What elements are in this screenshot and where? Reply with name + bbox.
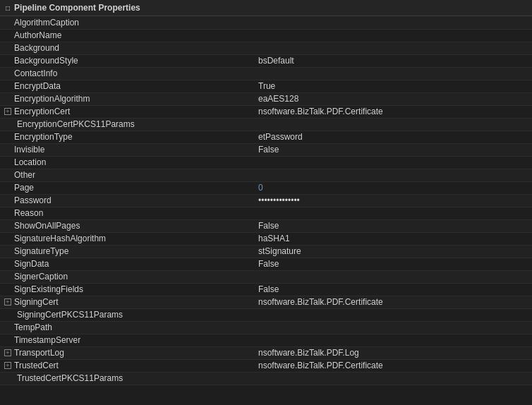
prop-name-cell: +EncryptionCert (0, 105, 254, 118)
prop-value (254, 270, 532, 283)
panel-collapse-icon[interactable]: □ (6, 4, 10, 12)
prop-label: Invisible (14, 145, 44, 155)
prop-value: nsoftware.BizTalk.PDF.Log (254, 346, 532, 359)
prop-name-cell: ContactInfo (0, 67, 254, 80)
prop-value: bsDefault (254, 54, 532, 67)
table-row[interactable]: InvisibleFalse (0, 143, 532, 156)
prop-name-cell: Invisible (0, 143, 254, 156)
prop-value: True (254, 80, 532, 92)
prop-value: etPassword (254, 131, 532, 143)
prop-label: TransportLog (14, 348, 64, 358)
panel-header: □ Pipeline Component Properties (0, 0, 532, 16)
prop-label: SignExistingFields (14, 284, 83, 294)
table-row[interactable]: AlgorithmCaption (0, 16, 532, 29)
prop-name-cell: +TrustedCert (0, 359, 254, 372)
table-row[interactable]: EncryptDataTrue (0, 80, 532, 92)
prop-value (254, 308, 532, 321)
prop-name-cell: AuthorName (0, 29, 254, 42)
prop-label: AlgorithmCaption (14, 18, 79, 28)
table-row[interactable]: BackgroundStylebsDefault (0, 54, 532, 67)
prop-label: EncryptData (14, 81, 61, 91)
table-row[interactable]: EncryptionAlgorithmeaAES128 (0, 92, 532, 105)
table-row[interactable]: ShowOnAllPagesFalse (0, 219, 532, 232)
prop-value (254, 29, 532, 42)
prop-name-cell: EncryptionCertPKCS11Params (0, 118, 254, 131)
table-row[interactable]: TrustedCertPKCS11Params (0, 372, 532, 385)
table-row[interactable]: EncryptionTypeetPassword (0, 131, 532, 143)
prop-name-cell: TempPath (0, 321, 254, 334)
table-row[interactable]: TempPath (0, 321, 532, 334)
table-row[interactable]: +TrustedCertnsoftware.BizTalk.PDF.Certif… (0, 359, 532, 372)
table-row[interactable]: Reason (0, 207, 532, 219)
table-row[interactable]: AuthorName (0, 29, 532, 42)
table-row[interactable]: SigningCertPKCS11Params (0, 308, 532, 321)
prop-name-cell: EncryptData (0, 80, 254, 92)
properties-table: AlgorithmCaptionAuthorNameBackgroundBack… (0, 16, 532, 385)
prop-value (254, 156, 532, 169)
prop-name-cell: TrustedCertPKCS11Params (0, 372, 254, 385)
prop-name-cell: EncryptionAlgorithm (0, 92, 254, 105)
prop-label: TimestampServer (14, 335, 80, 345)
prop-value: •••••••••••••• (254, 194, 532, 207)
table-row[interactable]: EncryptionCertPKCS11Params (0, 118, 532, 131)
table-row[interactable]: Location (0, 156, 532, 169)
prop-value: nsoftware.BizTalk.PDF.Certificate (254, 359, 532, 372)
prop-name-cell: +SigningCert (0, 296, 254, 308)
prop-value: 0 (254, 181, 532, 194)
table-row[interactable]: SignatureTypestSignature (0, 245, 532, 258)
table-row[interactable]: +TransportLognsoftware.BizTalk.PDF.Log (0, 346, 532, 359)
prop-label: SigningCert (14, 297, 59, 307)
prop-value: False (254, 143, 532, 156)
prop-name-cell: SigningCertPKCS11Params (0, 308, 254, 321)
table-row[interactable]: Password•••••••••••••• (0, 194, 532, 207)
table-row[interactable]: ContactInfo (0, 67, 532, 80)
table-row[interactable]: SignDataFalse (0, 258, 532, 270)
prop-value: eaAES128 (254, 92, 532, 105)
prop-value: haSHA1 (254, 232, 532, 245)
prop-name-cell: Location (0, 156, 254, 169)
table-row[interactable]: SignerCaption (0, 270, 532, 283)
table-row[interactable]: Background (0, 42, 532, 54)
prop-name-cell: SignerCaption (0, 270, 254, 283)
prop-value (254, 42, 532, 54)
prop-name-cell: SignatureType (0, 245, 254, 258)
prop-label: BackgroundStyle (14, 56, 78, 66)
prop-name-cell: +TransportLog (0, 346, 254, 359)
prop-name-cell: Background (0, 42, 254, 54)
table-row[interactable]: Other (0, 169, 532, 181)
prop-label: TempPath (14, 322, 52, 332)
expand-icon[interactable]: + (4, 362, 11, 369)
expand-icon[interactable]: + (4, 108, 11, 115)
table-row[interactable]: TimestampServer (0, 334, 532, 346)
prop-name-cell: EncryptionType (0, 131, 254, 143)
prop-name-cell: TimestampServer (0, 334, 254, 346)
prop-label: SigningCertPKCS11Params (17, 310, 123, 320)
prop-label: EncryptionCertPKCS11Params (17, 119, 135, 129)
table-row[interactable]: Page0 (0, 181, 532, 194)
prop-name-cell: Other (0, 169, 254, 181)
prop-value (254, 118, 532, 131)
prop-value (254, 321, 532, 334)
properties-panel: □ Pipeline Component Properties Algorith… (0, 0, 532, 405)
expand-icon[interactable]: + (4, 298, 11, 306)
prop-label: Password (14, 195, 52, 205)
prop-label: ShowOnAllPages (14, 221, 80, 231)
prop-value (254, 67, 532, 80)
prop-label: SignerCaption (14, 272, 68, 282)
prop-name-cell: ShowOnAllPages (0, 219, 254, 232)
table-row[interactable]: SignatureHashAlgorithmhaSHA1 (0, 232, 532, 245)
prop-label: Background (14, 43, 59, 53)
prop-label: SignData (14, 259, 49, 269)
table-row[interactable]: +SigningCertnsoftware.BizTalk.PDF.Certif… (0, 296, 532, 308)
table-row[interactable]: +EncryptionCertnsoftware.BizTalk.PDF.Cer… (0, 105, 532, 118)
table-row[interactable]: SignExistingFieldsFalse (0, 283, 532, 296)
prop-label: AuthorName (14, 30, 61, 40)
prop-label: SignatureType (14, 246, 68, 256)
prop-name-cell: SignatureHashAlgorithm (0, 232, 254, 245)
prop-label: Other (14, 170, 35, 180)
prop-label: EncryptionType (14, 132, 73, 142)
prop-name-cell: Reason (0, 207, 254, 219)
prop-name-cell: AlgorithmCaption (0, 16, 254, 29)
expand-icon[interactable]: + (4, 349, 11, 356)
prop-value (254, 16, 532, 29)
